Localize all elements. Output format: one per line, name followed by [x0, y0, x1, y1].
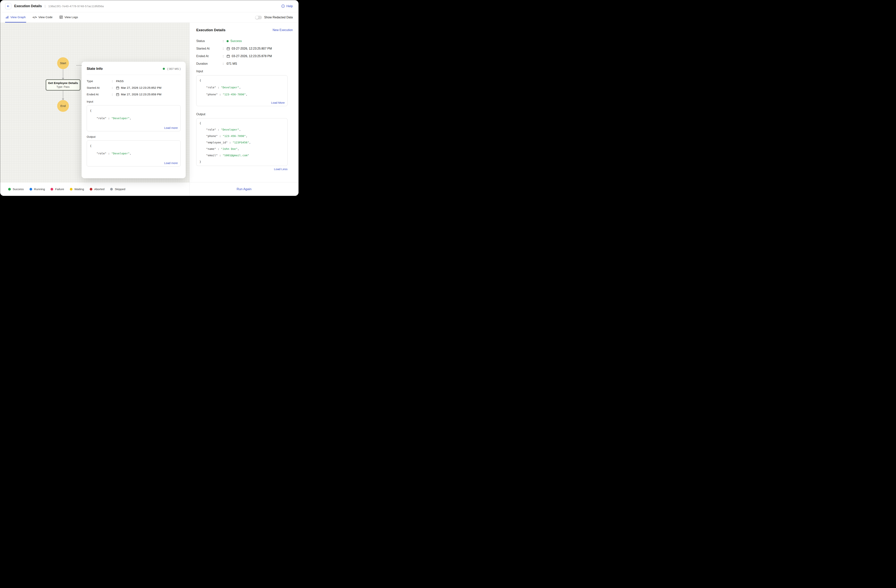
page-title: Execution Details — [14, 4, 42, 8]
legend-label: Failure — [55, 187, 64, 191]
panel-input-label: Input — [196, 70, 299, 73]
ended-at-row: Ended At : 03-27-2026, 12:23:25:878 PM — [196, 55, 299, 58]
execution-details-panel: Execution Details New Execution Status :… — [189, 23, 299, 196]
legend-dot-running — [29, 188, 32, 190]
panel-output-label: Output — [196, 112, 299, 116]
app-window: Execution Details | 138a15f1-7e40-4778-9… — [0, 0, 299, 196]
row-label: Ended At — [196, 55, 223, 58]
started-at-value: 03-27-2026, 12:23:25:807 PM — [232, 47, 272, 50]
tab-view-logs[interactable]: View Logs — [59, 12, 78, 23]
graph-edge — [63, 91, 63, 99]
arrowhead-icon — [62, 78, 64, 79]
toggle-knob — [255, 16, 259, 19]
node-label: End — [60, 104, 66, 108]
panel-footer: Run Again — [190, 182, 299, 196]
json-code: { "role" : "Developer", "phone" : "123-4… — [200, 77, 284, 98]
arrowhead-icon — [62, 99, 64, 100]
node-subtitle: Type: Pass — [47, 85, 79, 88]
state-type-row: Type : PASS — [87, 79, 181, 83]
state-started-value: Mar 27, 2026 12:23:25:852 PM — [121, 86, 162, 90]
main-content: Start Get Employee Details Type: Pass En… — [0, 23, 299, 196]
duration-row: Duration : 071 MS — [196, 62, 299, 65]
new-execution-link[interactable]: New Execution — [273, 28, 293, 32]
state-input-load-more-link[interactable]: Load more — [164, 126, 178, 129]
legend-label: Success — [13, 187, 24, 191]
state-output-code: { "role" : "Developer", Load more — [87, 140, 181, 167]
legend-item-waiting: Waiting — [70, 187, 84, 191]
tab-label: View Logs — [64, 15, 78, 19]
json-code: { "role" : "Developer", — [90, 142, 177, 157]
legend-dot-skipped — [110, 188, 113, 190]
state-ended-row: Ended At : Mar 27, 2026 12:23:25:859 PM — [87, 93, 181, 96]
node-label: Start — [60, 61, 66, 65]
state-output-load-more-link[interactable]: Load more — [164, 161, 178, 165]
calendar-icon — [227, 55, 230, 58]
duration-value: 071 MS — [227, 62, 237, 65]
success-status-dot — [227, 40, 229, 42]
node-title: Get Employee Details — [47, 81, 79, 85]
panel-title: Execution Details — [196, 28, 273, 32]
legend-label: Waiting — [75, 187, 84, 191]
bar-chart-icon — [6, 16, 9, 19]
redacted-toggle-group: Show Redacted Data — [255, 12, 293, 23]
tab-view-code[interactable]: </> View Code — [32, 12, 53, 23]
json-code: { "role" : "Developer", "phone" : "123-4… — [200, 120, 284, 165]
help-label: Help — [286, 5, 293, 8]
panel-input-load-more-link[interactable]: Load More — [271, 101, 285, 104]
header: Execution Details | 138a15f1-7e40-4778-9… — [0, 0, 299, 12]
graph-node-start[interactable]: Start — [57, 57, 69, 69]
legend-item-failure: Failure — [50, 187, 64, 191]
legend-item-running: Running — [29, 187, 45, 191]
legend-dot-aborted — [90, 188, 92, 190]
ended-at-value: 03-27-2026, 12:23:25:878 PM — [232, 55, 272, 58]
row-label: Type — [87, 79, 112, 83]
success-status-dot — [163, 68, 165, 70]
legend-label: Running — [34, 187, 45, 191]
calendar-icon — [227, 47, 230, 50]
state-input-code: { "role" : "Developer", Load more — [87, 105, 181, 131]
calendar-icon — [116, 93, 119, 96]
graph-node-task[interactable]: Get Employee Details Type: Pass — [46, 79, 80, 90]
legend-label: Skipped — [115, 187, 125, 191]
panel-output-load-less-link[interactable]: Load Less — [196, 167, 288, 171]
workflow-canvas[interactable]: Start Get Employee Details Type: Pass En… — [0, 23, 189, 196]
panel-input-code: { "role" : "Developer", "phone" : "123-4… — [196, 75, 288, 106]
code-icon: </> — [32, 16, 37, 19]
row-label: Status — [196, 40, 223, 43]
tab-label: View Code — [38, 15, 53, 19]
legend-dot-success — [8, 188, 11, 190]
status-row: Status : Success — [196, 40, 299, 43]
legend-dot-waiting — [70, 188, 73, 190]
tab-label: View Graph — [11, 15, 26, 19]
legend-item-success: Success — [8, 187, 24, 191]
status-value: Success — [230, 40, 242, 43]
legend-dot-failure — [50, 188, 53, 190]
status-legend: SuccessRunningFailureWaitingAbortedSkipp… — [0, 182, 189, 196]
state-duration-badge: ( 007 MS ) — [167, 67, 181, 70]
title-separator: | — [45, 5, 46, 8]
state-input-label: Input — [87, 100, 181, 103]
run-again-button[interactable]: Run Again — [236, 187, 251, 191]
legend-item-aborted: Aborted — [90, 187, 105, 191]
info-icon — [281, 5, 285, 8]
execution-id: 138a15f1-7e40-4778-9748-57ac118fd56a — [48, 5, 104, 8]
back-button[interactable] — [5, 3, 11, 9]
row-label: Duration — [196, 62, 223, 65]
calendar-icon — [116, 86, 119, 90]
row-label: Ended At — [87, 93, 112, 96]
help-button[interactable]: Help — [281, 5, 293, 8]
json-code: { "role" : "Developer", — [90, 107, 177, 122]
graph-node-end[interactable]: End — [57, 100, 69, 112]
state-started-row: Started At : Mar 27, 2026 12:23:25:852 P… — [87, 86, 181, 90]
state-output-label: Output — [87, 135, 181, 138]
panel-output-code: { "role" : "Developer", "phone" : "123-4… — [196, 118, 288, 166]
started-at-row: Started At : 03-27-2026, 12:23:25:807 PM — [196, 47, 299, 50]
arrow-left-icon — [7, 5, 10, 8]
dotted-edge — [76, 65, 82, 66]
show-redacted-toggle[interactable] — [255, 16, 262, 19]
tab-bar: View Graph </> View Code View Logs Show … — [0, 12, 299, 23]
redacted-toggle-label: Show Redacted Data — [264, 16, 293, 19]
row-label: Started At — [196, 47, 223, 50]
legend-item-skipped: Skipped — [110, 187, 125, 191]
tab-view-graph[interactable]: View Graph — [5, 12, 26, 23]
